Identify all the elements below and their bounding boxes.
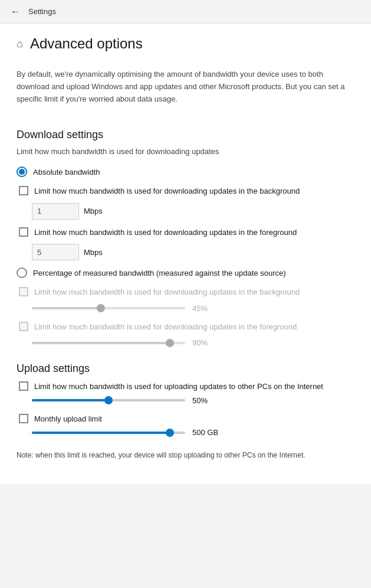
- monthly-label: Monthly upload limit: [34, 413, 102, 425]
- pct-fg-slider-fill: [32, 342, 170, 344]
- percentage-bandwidth-radio[interactable]: Percentage of measured bandwidth (measur…: [17, 267, 354, 278]
- upload-slider-value: 50%: [192, 396, 208, 405]
- pct-fg-download-checkbox-row: Limit how much bandwidth is used for dow…: [17, 321, 354, 333]
- pct-fg-download-checkbox[interactable]: [19, 322, 28, 331]
- fg-download-unit: Mbps: [84, 248, 103, 257]
- bg-download-checkbox[interactable]: [19, 186, 28, 195]
- home-icon[interactable]: ⌂: [17, 38, 23, 50]
- pct-bg-slider-track[interactable]: [32, 307, 185, 309]
- pct-fg-slider-thumb[interactable]: [166, 339, 174, 347]
- back-button[interactable]: ←: [7, 4, 24, 20]
- fg-download-checkbox[interactable]: [19, 227, 28, 237]
- pct-bg-slider-row: 45%: [32, 304, 354, 313]
- monthly-checkbox[interactable]: [19, 414, 28, 423]
- titlebar: ← Settings: [0, 0, 371, 24]
- upload-label: Limit how much bandwidth is used for upl…: [34, 381, 323, 393]
- fg-download-input-row: Mbps: [32, 244, 354, 260]
- pct-bg-download-label: Limit how much bandwidth is used for dow…: [34, 286, 300, 298]
- back-icon: ←: [11, 6, 20, 17]
- absolute-bandwidth-radio-indicator: [17, 166, 27, 177]
- pct-bg-slider-value: 45%: [192, 304, 208, 313]
- page-description: By default, we're dynamically optimising…: [17, 68, 354, 105]
- absolute-bandwidth-label: Absolute bandwidth: [33, 168, 100, 177]
- page-title: Advanced options: [30, 35, 143, 52]
- absolute-bandwidth-radio[interactable]: Absolute bandwidth: [17, 166, 354, 177]
- monthly-checkbox-row: Monthly upload limit: [17, 413, 354, 425]
- download-settings-subtitle: Limit how much bandwidth is used for dow…: [17, 147, 354, 156]
- bg-download-checkbox-row: Limit how much bandwidth is used for dow…: [17, 185, 354, 197]
- upload-settings-title: Upload settings: [17, 357, 354, 375]
- fg-download-checkbox-row: Limit how much bandwidth is used for dow…: [17, 227, 354, 239]
- bg-download-input-row: Mbps: [32, 203, 354, 220]
- upload-slider-fill: [32, 399, 109, 401]
- titlebar-title: Settings: [28, 7, 56, 16]
- page-content: ⌂ Advanced options By default, we're dyn…: [0, 24, 371, 484]
- pct-bg-slider-thumb[interactable]: [97, 304, 105, 312]
- upload-slider-thumb[interactable]: [104, 396, 113, 404]
- pct-fg-slider-value: 90%: [192, 338, 208, 347]
- pct-bg-slider-fill: [32, 307, 101, 309]
- upload-checkbox-row: Limit how much bandwidth is used for upl…: [17, 381, 354, 393]
- fg-download-label: Limit how much bandwidth is used for dow…: [34, 227, 297, 239]
- page-header: ⌂ Advanced options: [17, 35, 354, 57]
- note: Note: when this limit is reached, your d…: [17, 445, 354, 460]
- monthly-slider-fill: [32, 432, 170, 434]
- upload-checkbox[interactable]: [19, 381, 28, 391]
- download-settings-title: Download settings: [17, 123, 354, 141]
- monthly-slider-value: 500 GB: [192, 428, 218, 437]
- percentage-bandwidth-radio-indicator: [17, 267, 27, 278]
- percentage-bandwidth-label: Percentage of measured bandwidth (measur…: [33, 269, 286, 277]
- bg-download-input[interactable]: [32, 203, 79, 220]
- pct-bg-download-checkbox[interactable]: [19, 287, 28, 296]
- bg-download-unit: Mbps: [84, 207, 103, 215]
- monthly-slider-row: 500 GB: [32, 428, 354, 437]
- monthly-slider-thumb[interactable]: [166, 429, 174, 437]
- fg-download-input[interactable]: [32, 244, 79, 260]
- pct-fg-download-label: Limit how much bandwidth is used for dow…: [34, 321, 297, 333]
- pct-fg-slider-track[interactable]: [32, 342, 185, 344]
- monthly-slider-track[interactable]: [32, 432, 185, 434]
- pct-bg-download-checkbox-row: Limit how much bandwidth is used for dow…: [17, 286, 354, 298]
- bg-download-label: Limit how much bandwidth is used for dow…: [34, 185, 300, 197]
- upload-slider-row: 50%: [32, 396, 354, 405]
- pct-fg-slider-row: 90%: [32, 338, 354, 347]
- upload-slider-track[interactable]: [32, 399, 185, 401]
